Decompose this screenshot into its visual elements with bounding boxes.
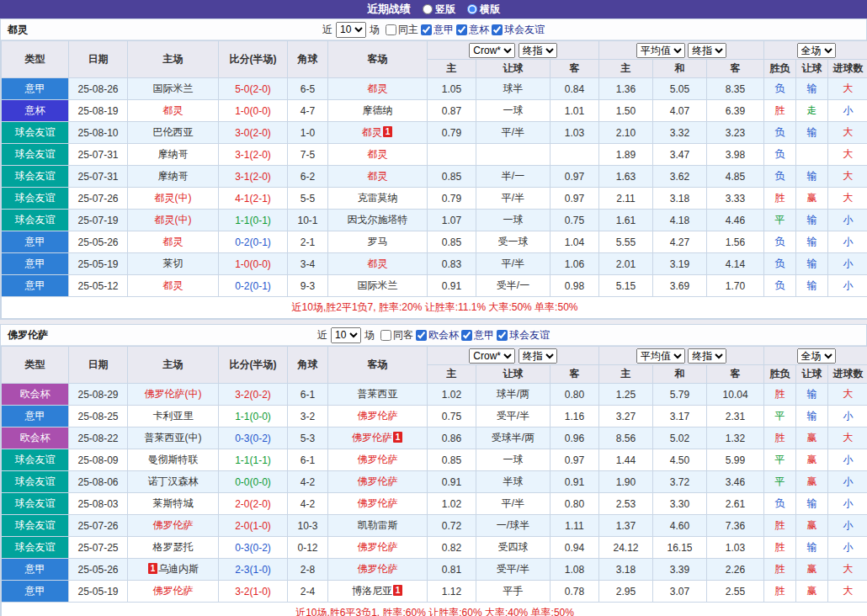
average-time-select[interactable]: 终指 (688, 43, 726, 58)
team-label: 都灵 (368, 148, 388, 160)
match-type-badge: 意杯 (2, 100, 69, 122)
result-handicap: 走 (796, 100, 828, 122)
team-label: 普莱西亚(中) (145, 432, 202, 443)
avg-away: 2.61 (707, 493, 764, 515)
average-time-select[interactable]: 终指 (688, 348, 726, 364)
avg-draw: 3.17 (653, 406, 707, 427)
filter-checkbox[interactable]: 意甲 (421, 23, 454, 37)
avg-home: 2.11 (599, 188, 653, 210)
topbar: 近期战绩 竖版 横版 (0, 0, 867, 19)
match-score: 5-0(2-0) (219, 78, 288, 100)
checkbox-input[interactable] (456, 24, 467, 35)
corner-score: 2-1 (288, 231, 328, 253)
vertical-radio-input[interactable] (423, 4, 433, 14)
avg-away: 3.98 (707, 144, 764, 166)
team-label: 罗马 (368, 236, 388, 247)
filter-checkbox[interactable]: 意甲 (461, 328, 494, 343)
checkbox-input[interactable] (461, 330, 472, 341)
col-home: 主场 (128, 41, 219, 78)
odds-source-select[interactable]: Crow* (469, 43, 515, 58)
match-date: 25-07-26 (69, 188, 128, 210)
average-select[interactable]: 平均值 (636, 43, 685, 58)
avg-home: 3.27 (599, 406, 653, 427)
layout-radio-horizontal[interactable]: 横版 (467, 3, 500, 17)
near-label: 近 (317, 328, 327, 343)
away-team: 都灵 (328, 253, 428, 275)
games-suffix-label: 场 (370, 23, 380, 37)
team-label: 格罗瑟托 (153, 541, 194, 553)
checkbox-input[interactable] (386, 24, 396, 35)
home-team: 1乌迪内斯 (128, 559, 219, 581)
avg-draw: 5.02 (653, 427, 707, 449)
match-score: 1-1(0-1) (219, 210, 288, 231)
match-row: 球会友谊25-07-31摩纳哥3-1(2-0)6-2都灵0.85半/一0.971… (2, 166, 867, 188)
avg-draw: 3.47 (653, 144, 707, 166)
odds-time-select[interactable]: 终指 (519, 348, 557, 364)
header-row-groups: 类型 日期 主场 比分(半场) 角球 客场 Crow* 终指 平均值 终指 全场 (2, 41, 867, 60)
checkbox-label: 球会友谊 (504, 23, 545, 37)
team-label: 曼彻斯特联 (148, 454, 199, 465)
match-row: 意甲25-05-19莱切1-0(0-0)3-4都灵0.83平/半1.062.01… (2, 253, 867, 275)
handicap-line: 受半/一 (476, 275, 551, 297)
filter-checkbox[interactable]: 意杯 (456, 23, 489, 37)
average-select[interactable]: 平均值 (636, 348, 685, 364)
checkbox-input[interactable] (416, 330, 427, 341)
horizontal-radio-input[interactable] (467, 4, 477, 14)
result-handicap: 输 (796, 253, 828, 275)
handicap-line: 一球 (476, 449, 551, 471)
checkbox-input[interactable] (421, 24, 432, 35)
result-handicap: 赢 (796, 449, 828, 471)
team-label: 佛罗伦萨 (358, 541, 398, 553)
odds-source-select[interactable]: Crow* (469, 348, 515, 364)
away-team: 佛罗伦萨 (328, 406, 428, 427)
checkbox-input[interactable] (380, 330, 391, 341)
avg-home: 1.37 (599, 515, 653, 537)
odds-home: 0.79 (428, 188, 476, 210)
away-team: 国际米兰 (328, 275, 428, 297)
match-date: 25-07-31 (69, 166, 128, 188)
scope-select[interactable]: 全场 (797, 348, 836, 364)
filter-checkbox[interactable]: 球会友谊 (492, 23, 545, 37)
filter-checkbox[interactable]: 欧会杯 (416, 328, 459, 343)
handicap-line: 受平/半 (476, 406, 551, 427)
avg-away: 10.04 (707, 384, 764, 406)
odds-time-select[interactable]: 终指 (519, 43, 557, 58)
odds-away: 0.80 (551, 493, 599, 515)
match-type-badge: 球会友谊 (2, 188, 69, 210)
checkbox-input[interactable] (492, 24, 503, 35)
match-row: 球会友谊25-07-31摩纳哥3-1(2-0)7-5都灵1.893.473.98… (2, 144, 867, 166)
match-row: 球会友谊25-07-19都灵(中)1-1(0-1)10-1因戈尔施塔特1.07一… (2, 210, 867, 231)
result-handicap: 赢 (796, 581, 828, 603)
team-label: 佛罗伦萨 (153, 585, 194, 597)
match-row: 意甲25-05-19佛罗伦萨3-2(1-0)2-4博洛尼亚11.12平手0.78… (2, 581, 867, 603)
filter-checkbox[interactable]: 同客 (380, 328, 413, 343)
match-score: 2-0(1-0) (219, 515, 288, 537)
result-goals: 大 (828, 166, 867, 188)
team-label: 都灵 (163, 236, 184, 247)
checkbox-input[interactable] (497, 330, 508, 341)
scope-select[interactable]: 全场 (797, 43, 836, 58)
odds-home: 0.91 (428, 471, 476, 493)
odds-home: 0.85 (428, 166, 476, 188)
match-row: 意杯25-08-19都灵1-0(0-0)4-7摩德纳0.87一球1.011.50… (2, 100, 867, 122)
avg-draw: 5.79 (653, 384, 707, 406)
games-count-select[interactable]: 10 (336, 22, 366, 38)
handicap-line: 平/半 (476, 188, 551, 210)
result-handicap: 输 (796, 537, 828, 559)
red-card-badge: 1 (393, 585, 402, 596)
filter-checkbox[interactable]: 球会友谊 (497, 328, 550, 343)
away-team: 都灵 (328, 144, 428, 166)
filter-checkbox[interactable]: 同主 (386, 23, 418, 37)
avg-draw: 3.69 (653, 275, 707, 297)
avg-home: 1.25 (599, 384, 653, 406)
team-board-torino: 都灵 近 10 场 同主意甲意杯球会友谊 类型 日期 主场 比分(半场) 角球 … (0, 19, 867, 320)
result-wdl: 负 (764, 493, 796, 515)
team-label: 摩纳哥 (158, 148, 189, 160)
match-date: 25-08-06 (69, 471, 128, 493)
layout-radio-vertical[interactable]: 竖版 (423, 3, 455, 17)
header-row-groups: 类型 日期 主场 比分(半场) 角球 客场 Crow* 终指 平均值 终指 全场 (2, 347, 867, 365)
handicap-line: 半/一 (476, 166, 551, 188)
avg-draw: 3.32 (653, 122, 707, 144)
games-count-select[interactable]: 10 (331, 327, 361, 343)
result-goals: 小 (828, 406, 867, 427)
